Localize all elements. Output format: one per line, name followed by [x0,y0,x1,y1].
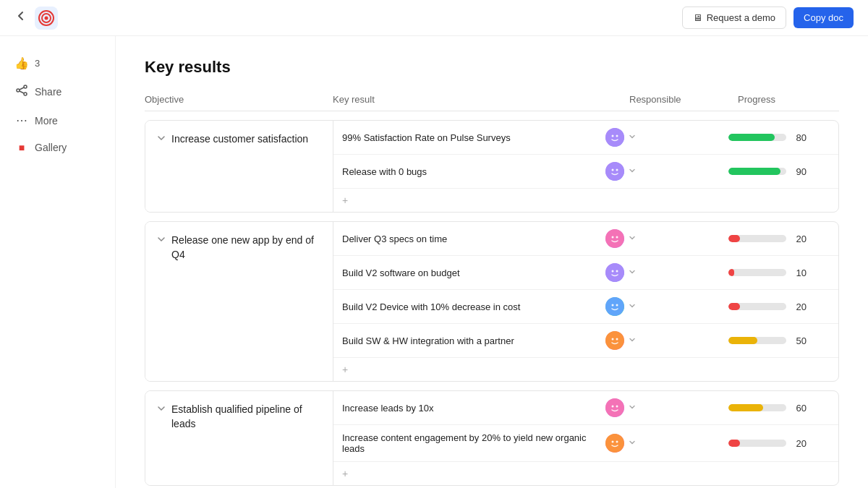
avatar [605,434,624,453]
responsible-chevron[interactable] [629,302,636,311]
kr-add-row[interactable]: + [333,189,838,212]
main-content: Key results Objective Key result Respons… [116,36,868,488]
progress-number: 20 [792,438,807,449]
svg-point-2 [45,16,48,20]
kr-name: Increase leads by 10x [342,403,605,414]
progress-number: 80 [792,132,807,143]
sidebar-item-gallery[interactable]: ■ Gallery [7,136,108,159]
objective-chevron-3[interactable] [157,404,166,415]
responsible-chevron[interactable] [629,336,636,345]
copy-doc-button[interactable]: Copy doc [793,7,854,28]
avatar [605,398,624,417]
svg-point-3 [24,85,27,88]
kr-name: Release with 0 bugs [342,166,605,177]
objective-group-3: Establish qualified pipeline of leadsInc… [145,390,839,486]
responsible-cell [605,263,728,282]
key-results-col-3: Increase leads by 10x60Increase content … [333,391,838,485]
svg-point-11 [605,162,624,181]
objective-chevron-2[interactable] [157,235,166,246]
sidebar-item-share[interactable]: Share [7,79,108,105]
svg-point-18 [612,270,614,273]
avatar [605,331,624,350]
svg-point-12 [612,169,614,171]
header-progress: Progress [738,94,839,105]
progress-cell: 10 [728,267,830,278]
sidebar-item-like[interactable]: 👍 3 [7,51,108,76]
svg-point-17 [605,263,624,282]
svg-point-20 [605,297,624,316]
svg-point-30 [612,441,614,443]
demo-icon: 🖥 [693,12,702,23]
objective-cell-1: Increase customer satisfaction [145,121,333,212]
kr-name: Deliver Q3 specs on time [342,234,605,244]
sidebar: 👍 3 Share ⋯ More ■ Gallery [0,36,116,488]
svg-point-26 [605,398,624,417]
progress-bar-wrap [728,440,786,447]
svg-point-25 [616,338,618,341]
progress-bar-wrap [728,269,786,276]
svg-point-23 [605,331,624,350]
svg-point-19 [616,270,618,273]
responsible-chevron[interactable] [629,403,636,412]
svg-point-21 [612,304,614,307]
kr-name: Build V2 Device with 10% decrease in cos… [342,301,605,312]
share-icon [14,85,29,99]
progress-bar [728,337,757,344]
svg-point-29 [605,434,624,453]
responsible-chevron[interactable] [629,167,636,176]
svg-point-8 [605,128,624,147]
svg-point-9 [612,135,614,137]
progress-number: 90 [792,166,807,177]
progress-cell: 60 [728,403,830,414]
responsible-chevron[interactable] [629,268,636,277]
progress-bar [728,269,734,276]
header-right: 🖥 Request a demo Copy doc [682,7,854,29]
kr-name: 99% Satisfaction Rate on Pulse Surveys [342,132,605,143]
svg-point-14 [605,229,624,248]
progress-number: 20 [792,234,807,244]
kr-add-row[interactable]: + [333,358,838,381]
progress-bar [728,404,763,411]
objective-chevron-1[interactable] [157,134,166,145]
responsible-chevron[interactable] [629,439,636,448]
responsible-chevron[interactable] [629,234,636,243]
kr-row: Increase leads by 10x60 [333,391,838,425]
kr-name: Build SW & HW integration with a partner [342,335,605,346]
target-icon [38,10,54,26]
sidebar-item-more[interactable]: ⋯ More [7,108,108,133]
kr-name: Build V2 software on budget [342,267,605,278]
progress-number: 10 [792,267,807,278]
share-label: Share [35,86,61,98]
logo-icon [35,7,58,30]
request-demo-label: Request a demo [707,12,775,23]
kr-row: Build V2 Device with 10% decrease in cos… [333,290,838,324]
svg-point-4 [17,89,20,92]
objective-text-2: Release one new app by end of Q4 [171,234,321,262]
layout: 👍 3 Share ⋯ More ■ Gallery [0,36,868,488]
svg-point-5 [24,93,27,95]
responsible-cell [605,162,728,181]
svg-line-6 [20,87,24,90]
header-key-result: Key result [333,94,629,105]
kr-add-row[interactable]: + [333,462,838,485]
like-icon: 👍 [14,56,29,70]
progress-cell: 50 [728,335,830,346]
responsible-chevron[interactable] [629,133,636,142]
header-responsible: Responsible [629,94,738,105]
table-header: Objective Key result Responsible Progres… [145,94,839,111]
responsible-cell [605,434,728,453]
svg-point-28 [616,406,618,408]
kr-row: Build SW & HW integration with a partner… [333,324,838,358]
svg-point-13 [616,169,618,171]
request-demo-button[interactable]: 🖥 Request a demo [682,7,786,29]
kr-row: 99% Satisfaction Rate on Pulse Surveys80 [333,121,838,155]
objective-text-3: Establish qualified pipeline of leads [171,403,321,431]
gallery-icon: ■ [14,142,29,153]
svg-point-15 [612,236,614,239]
like-count: 3 [35,58,40,69]
progress-cell: 80 [728,132,830,143]
back-button[interactable] [14,9,27,26]
progress-bar-wrap [728,337,786,344]
responsible-cell [605,398,728,417]
avatar [605,263,624,282]
